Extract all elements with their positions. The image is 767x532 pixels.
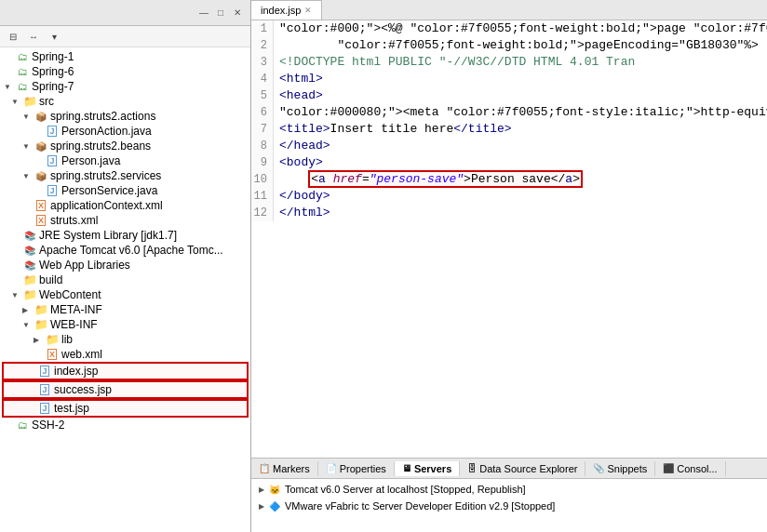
maximize-button[interactable]: □ bbox=[213, 6, 228, 20]
bottom-tab-icon-snippets: 📎 bbox=[593, 463, 604, 473]
tree-item-indexjsp[interactable]: Jindex.jsp bbox=[2, 362, 249, 380]
tree-item-tomcat[interactable]: 📚Apache Tomcat v6.0 [Apache Tomc... bbox=[0, 243, 250, 258]
tree-icon-xml: X bbox=[45, 348, 60, 361]
line-content-12: </html> bbox=[279, 205, 767, 221]
tree-arrow-pkg-services[interactable]: ▼ bbox=[22, 172, 34, 180]
editor-content[interactable]: 1"color:#000;"><%@ "color:#7f0055;font-w… bbox=[251, 20, 767, 458]
code-line-9: 9<body> bbox=[251, 154, 767, 171]
bottom-tab-datasource[interactable]: 🗄Data Source Explorer bbox=[460, 461, 585, 476]
line-number-6: 6 bbox=[251, 104, 274, 121]
tree-arrow-webinf[interactable]: ▼ bbox=[22, 321, 34, 329]
tree-item-testjsp[interactable]: Jtest.jsp bbox=[2, 399, 249, 418]
tab-close-indexjsp-tab[interactable]: ✕ bbox=[304, 6, 312, 15]
server-item-vmware-server[interactable]: ▶ 🔷 VMware vFabric tc Server Developer E… bbox=[255, 498, 763, 514]
collapse-all-button[interactable]: ⊟ bbox=[4, 28, 22, 45]
tree-arrow-metainf[interactable]: ▶ bbox=[22, 306, 34, 314]
tree-item-build[interactable]: 📁build bbox=[0, 273, 250, 287]
tree-item-webinf[interactable]: ▼📁WEB-INF bbox=[0, 317, 250, 332]
code-area: 1"color:#000;"><%@ "color:#7f0055;font-w… bbox=[251, 20, 767, 221]
bottom-tab-properties[interactable]: 📄Properties bbox=[318, 461, 395, 476]
tree-item-pkg-actions[interactable]: ▼📦spring.struts2.actions bbox=[0, 109, 250, 124]
editor-tab-indexjsp-tab[interactable]: index.jsp✕ bbox=[251, 0, 322, 20]
tree-label-testjsp: test.jsp bbox=[54, 402, 89, 415]
bottom-tab-icon-console: ⬛ bbox=[663, 463, 674, 473]
tree-item-webxml[interactable]: Xweb.xml bbox=[0, 347, 250, 362]
line-number-5: 5 bbox=[251, 87, 274, 104]
tree-arrow-pkg-actions[interactable]: ▼ bbox=[22, 113, 34, 121]
tree-label-src: src bbox=[39, 95, 54, 108]
line-number-1: 1 bbox=[251, 20, 274, 37]
line-content-8: </head> bbox=[279, 138, 767, 154]
tree-label-webcontent: WebContent bbox=[39, 288, 101, 301]
tree-label-struts: struts.xml bbox=[50, 214, 98, 227]
panel-header: — □ ✕ bbox=[0, 0, 250, 26]
bottom-tab-snippets[interactable]: 📎Snippets bbox=[585, 461, 655, 476]
bottom-tab-console[interactable]: ⬛Consol... bbox=[655, 461, 725, 476]
line-number-8: 8 bbox=[251, 138, 274, 154]
tree-arrow-lib[interactable]: ▶ bbox=[34, 336, 45, 344]
tree-icon-lib: 📚 bbox=[22, 244, 37, 257]
tree-label-pkg-services: spring.struts2.services bbox=[50, 169, 161, 182]
tree-label-Person: Person.java bbox=[61, 154, 120, 167]
tree-item-metainf[interactable]: ▶📁META-INF bbox=[0, 302, 250, 317]
server-item-tomcat-server[interactable]: ▶ 🐱 Tomcat v6.0 Server at localhost [Sto… bbox=[255, 481, 763, 498]
tree-item-successjsp[interactable]: Jsuccess.jsp bbox=[2, 380, 249, 399]
tree-item-pkg-services[interactable]: ▼📦spring.struts2.services bbox=[0, 168, 250, 183]
tree-label-build: build bbox=[39, 273, 62, 286]
tree-label-jre: JRE System Library [jdk1.7] bbox=[39, 229, 177, 242]
editor-area: index.jsp✕ 1"color:#000;"><%@ "color:#7f… bbox=[251, 0, 767, 458]
bottom-tab-icon-servers: 🖥 bbox=[402, 463, 411, 473]
server-expand-vmware-server[interactable]: ▶ bbox=[259, 502, 264, 511]
tree-label-webinf: WEB-INF bbox=[50, 318, 98, 331]
tree-label-webxml: web.xml bbox=[61, 348, 102, 361]
tree-arrow-spring7[interactable]: ▼ bbox=[4, 83, 15, 91]
tree-item-spring6[interactable]: 🗂Spring-6 bbox=[0, 64, 250, 79]
line-number-4: 4 bbox=[251, 71, 274, 87]
line-content-11: </body> bbox=[279, 188, 767, 205]
package-explorer-panel: — □ ✕ ⊟ ↔ ▾ 🗂Spring-1🗂Spring-6▼🗂Spring-7… bbox=[0, 0, 251, 532]
bottom-tab-markers[interactable]: 📋Markers bbox=[251, 461, 318, 476]
tree-label-PersonAction: PersonAction.java bbox=[61, 125, 152, 138]
tree-item-appContext[interactable]: XapplicationContext.xml bbox=[0, 198, 250, 213]
tree-item-struts[interactable]: Xstruts.xml bbox=[0, 213, 250, 228]
tree-item-pkg-beans[interactable]: ▼📦spring.struts2.beans bbox=[0, 139, 250, 153]
line-content-2: "color:#7f0055;font-weight:bold;">pageEn… bbox=[279, 37, 767, 54]
tree-icon-lib: 📚 bbox=[22, 259, 37, 272]
line-content-10: <a href="person-save">Person save</a> bbox=[279, 171, 767, 188]
tree-label-metainf: META-INF bbox=[50, 303, 102, 316]
line-content-4: <html> bbox=[279, 71, 767, 87]
tree-item-spring7[interactable]: ▼🗂Spring-7 bbox=[0, 79, 250, 94]
tree-arrow-src[interactable]: ▼ bbox=[11, 98, 22, 106]
close-panel-button[interactable]: ✕ bbox=[230, 6, 245, 20]
tree-item-lib[interactable]: ▶📁lib bbox=[0, 332, 250, 347]
view-menu-button[interactable]: ▾ bbox=[45, 28, 63, 45]
tree-icon-package: 📦 bbox=[34, 110, 48, 123]
tree-item-webapp-libs[interactable]: 📚Web App Libraries bbox=[0, 258, 250, 273]
line-number-9: 9 bbox=[251, 154, 274, 171]
tree-label-spring6: Spring-6 bbox=[32, 65, 74, 78]
tree-arrow-pkg-beans[interactable]: ▼ bbox=[22, 142, 34, 151]
link-with-editor-button[interactable]: ↔ bbox=[24, 28, 43, 45]
tree-icon-java: J bbox=[45, 184, 60, 197]
tree-item-ssh2[interactable]: 🗂SSH-2 bbox=[0, 418, 250, 432]
minimize-button[interactable]: — bbox=[196, 6, 211, 20]
bottom-tab-servers[interactable]: 🖥Servers bbox=[395, 461, 460, 476]
server-expand-tomcat-server[interactable]: ▶ bbox=[259, 485, 264, 494]
tree-item-spring1[interactable]: 🗂Spring-1 bbox=[0, 49, 250, 64]
tree-item-PersonAction[interactable]: JPersonAction.java bbox=[0, 124, 250, 139]
tree-arrow-webcontent[interactable]: ▼ bbox=[11, 291, 22, 299]
tree-label-appContext: applicationContext.xml bbox=[50, 199, 163, 212]
tree-item-webcontent[interactable]: ▼📁WebContent bbox=[0, 287, 250, 302]
tree-label-ssh2: SSH-2 bbox=[32, 419, 64, 432]
tree-icon-java: J bbox=[45, 125, 60, 138]
code-line-5: 5<head> bbox=[251, 87, 767, 104]
tree-item-jre[interactable]: 📚JRE System Library [jdk1.7] bbox=[0, 228, 250, 243]
tree-icon-folder: 📁 bbox=[45, 333, 60, 346]
tree-icon-package: 📦 bbox=[34, 140, 48, 153]
bottom-panel: 📋Markers📄Properties🖥Servers🗄Data Source … bbox=[251, 458, 767, 532]
tree-item-PersonService[interactable]: JPersonService.java bbox=[0, 183, 250, 198]
tree-item-Person[interactable]: JPerson.java bbox=[0, 153, 250, 168]
tree-icon-project: 🗂 bbox=[15, 65, 30, 78]
tree-item-src[interactable]: ▼📁src bbox=[0, 94, 250, 109]
tree-icon-folder: 📁 bbox=[22, 95, 37, 108]
